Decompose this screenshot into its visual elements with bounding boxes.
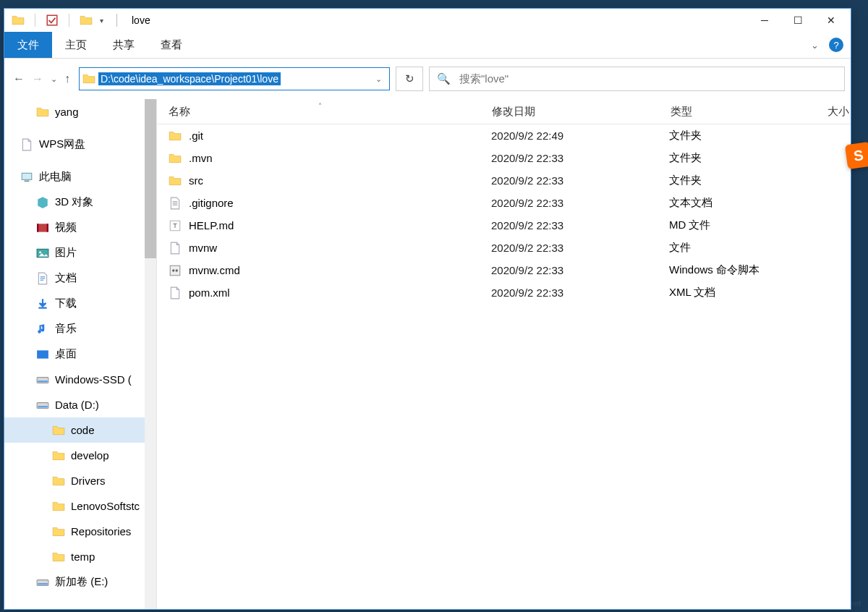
file-type: 文本文档 [658, 196, 814, 210]
nav-back-button[interactable]: ← [13, 72, 25, 85]
file-name: .git [189, 129, 203, 142]
nav-item-repositories[interactable]: Repositories [4, 519, 156, 544]
search-placeholder: 搜索"love" [459, 72, 509, 86]
nav-item-desktop[interactable]: 桌面 [4, 341, 156, 367]
file-date: 2020/9/2 22:49 [480, 129, 658, 142]
sort-indicator-icon: ˄ [318, 102, 322, 110]
file-name: HELP.md [189, 219, 234, 231]
nav-forward-button[interactable]: → [32, 72, 43, 85]
minimize-button[interactable]: ─ [748, 9, 781, 32]
file-icon [169, 174, 182, 187]
qat-folder-icon[interactable] [80, 14, 93, 27]
address-folder-icon [82, 72, 95, 85]
file-name: src [189, 174, 203, 187]
file-name: .gitignore [189, 197, 234, 209]
column-type[interactable]: 类型 [659, 105, 816, 119]
file-date: 2020/9/2 22:33 [480, 242, 658, 254]
file-icon [169, 197, 182, 210]
file-icon [169, 129, 182, 143]
address-bar[interactable]: D:\code\idea_workspace\Project01\love ⌄ [79, 67, 390, 90]
tab-share[interactable]: 共享 [100, 32, 148, 58]
qat-dropdown-icon[interactable]: ▾ [97, 17, 106, 25]
nav-item-videos[interactable]: 视频 [4, 215, 156, 240]
file-date: 2020/9/2 22:33 [480, 197, 658, 209]
svg-rect-15 [47, 15, 57, 25]
file-row[interactable]: mvnw2020/9/2 22:33文件 [157, 237, 851, 259]
nav-item-pictures[interactable]: 图片 [4, 240, 156, 265]
nav-item-windows-ssd[interactable]: Windows-SSD ( [4, 367, 156, 392]
file-name: pom.xml [189, 286, 230, 299]
file-date: 2020/9/2 22:33 [480, 219, 658, 231]
nav-item-drivers[interactable]: Drivers [4, 468, 156, 493]
file-type: 文件夹 [658, 129, 814, 143]
file-name: mvnw.cmd [189, 264, 240, 276]
file-icon [169, 242, 182, 255]
file-row[interactable]: .gitignore2020/9/2 22:33文本文档 [157, 192, 851, 214]
search-icon: 🔍 [437, 72, 451, 85]
window-title: love [132, 14, 150, 26]
close-button[interactable]: ✕ [814, 9, 848, 32]
nav-scrollbar-thumb[interactable] [145, 99, 156, 258]
qat-properties-icon[interactable] [46, 14, 59, 27]
column-size[interactable]: 大小 [816, 105, 851, 119]
file-row[interactable]: HELP.md2020/9/2 22:33MD 文件 [157, 214, 851, 237]
nav-item-temp[interactable]: temp [4, 544, 156, 569]
file-date: 2020/9/2 22:33 [480, 264, 658, 276]
file-row[interactable]: .git2020/9/2 22:49文件夹 [157, 124, 851, 147]
sogou-ime-overlay-icon[interactable]: S [845, 142, 868, 169]
title-bar: ▾ love ─ ☐ ✕ [4, 9, 851, 32]
tab-home[interactable]: 主页 [52, 32, 100, 58]
nav-item-wps[interactable]: WPS网盘 [4, 132, 156, 157]
nav-history-dropdown[interactable]: ⌄ [51, 75, 57, 84]
tab-view[interactable]: 查看 [148, 32, 195, 58]
file-type: Windows 命令脚本 [658, 263, 814, 277]
help-button[interactable]: ? [829, 38, 843, 52]
file-type: 文件夹 [658, 174, 814, 187]
nav-item-music[interactable]: 音乐 [4, 316, 156, 341]
refresh-button[interactable]: ↻ [396, 67, 423, 91]
nav-item-3d-objects[interactable]: 3D 对象 [4, 190, 156, 215]
nav-item-this-pc[interactable]: 此电脑 [4, 164, 156, 190]
nav-item-code[interactable]: code [4, 417, 156, 443]
file-type: XML 文档 [658, 286, 814, 299]
file-row[interactable]: mvnw.cmd2020/9/2 22:33Windows 命令脚本 [157, 259, 851, 281]
nav-up-button[interactable]: ↑ [64, 72, 70, 85]
ribbon-expand-icon[interactable]: ⌄ [804, 32, 826, 58]
column-name[interactable]: 名称˄ [157, 105, 480, 119]
nav-item-new-volume-e[interactable]: 新加卷 (E:) [4, 569, 156, 595]
nav-item-lenovo[interactable]: LenovoSoftstc [4, 493, 156, 519]
maximize-button[interactable]: ☐ [781, 9, 814, 32]
file-icon [169, 219, 182, 232]
file-name: .mvn [189, 152, 213, 164]
file-name: mvnw [189, 242, 217, 254]
file-row[interactable]: .mvn2020/9/2 22:33文件夹 [157, 147, 851, 169]
file-icon [169, 264, 182, 277]
tab-file[interactable]: 文件 [4, 32, 52, 58]
file-date: 2020/9/2 22:33 [480, 174, 658, 187]
watermark: blog.csdn.net [814, 599, 861, 608]
nav-item-develop[interactable]: develop [4, 443, 156, 468]
file-type: 文件夹 [658, 151, 814, 165]
nav-item-yang[interactable]: yang [4, 99, 156, 124]
address-dropdown-icon[interactable]: ⌄ [371, 75, 386, 84]
file-type: MD 文件 [658, 218, 814, 232]
file-date: 2020/9/2 22:33 [480, 152, 658, 164]
search-box[interactable]: 🔍 搜索"love" [429, 67, 845, 91]
file-icon [169, 286, 182, 299]
file-list: .git2020/9/2 22:49文件夹.mvn2020/9/2 22:33文… [157, 124, 851, 609]
ribbon-tabs: 文件 主页 共享 查看 ⌄ ? [4, 32, 851, 59]
address-path[interactable]: D:\code\idea_workspace\Project01\love [98, 72, 281, 85]
file-date: 2020/9/2 22:33 [480, 286, 658, 299]
app-folder-icon [12, 14, 25, 27]
nav-item-data-d[interactable]: Data (D:) [4, 392, 156, 417]
nav-item-documents[interactable]: 文档 [4, 265, 156, 291]
column-headers: 名称˄ 修改日期 类型 大小 [157, 99, 851, 124]
nav-item-downloads[interactable]: 下载 [4, 291, 156, 316]
file-row[interactable]: pom.xml2020/9/2 22:33XML 文档 [157, 281, 851, 304]
file-row[interactable]: src2020/9/2 22:33文件夹 [157, 169, 851, 192]
file-type: 文件 [658, 241, 814, 255]
column-date[interactable]: 修改日期 [480, 105, 659, 119]
navigation-pane: yang WPS网盘 此电脑 3D 对象 视频 图片 文档 下载 音乐 桌面 W… [4, 99, 157, 609]
file-icon [169, 152, 182, 165]
